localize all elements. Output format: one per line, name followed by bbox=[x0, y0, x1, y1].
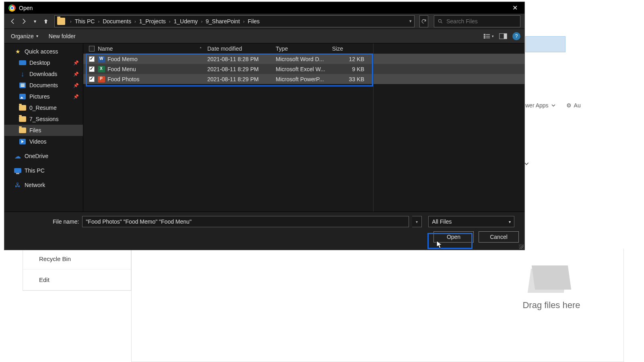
file-row[interactable]: Food Memo 2021-08-11 8:28 PM Microsoft W… bbox=[83, 54, 524, 64]
nav-resume[interactable]: 0_Resume bbox=[4, 102, 83, 113]
nav-quick-access[interactable]: ★ Quick access bbox=[4, 46, 83, 57]
column-size[interactable]: Size bbox=[332, 45, 368, 52]
nav-label: This PC bbox=[25, 167, 45, 174]
breadcrumb-bar[interactable]: › This PC › Documents › 1_Projects › 1_U… bbox=[54, 15, 415, 27]
nav-label: 0_Resume bbox=[29, 105, 57, 111]
pin-icon: 📌 bbox=[73, 83, 79, 88]
chevron-down-icon: ▾ bbox=[509, 220, 511, 224]
videos-icon bbox=[19, 139, 26, 144]
svg-rect-3 bbox=[484, 37, 485, 38]
nav-downloads[interactable]: ↓ Downloads 📌 bbox=[4, 68, 83, 80]
column-date[interactable]: Date modified bbox=[207, 45, 276, 52]
column-headers: Name ˄ Date modified Type Size bbox=[83, 43, 524, 54]
pc-icon bbox=[14, 168, 21, 173]
recent-dropdown[interactable]: ▾ bbox=[31, 16, 39, 27]
breadcrumb-udemy[interactable]: 1_Udemy bbox=[172, 18, 199, 25]
nav-documents[interactable]: Documents 📌 bbox=[4, 80, 83, 91]
nav-label: 7_Sessions bbox=[29, 116, 58, 122]
chevron-right-icon: › bbox=[200, 19, 203, 24]
nav-label: Videos bbox=[29, 138, 47, 145]
dialog-title: Open bbox=[19, 5, 33, 11]
navigation-row: ▾ › This PC › Documents › 1_Projects › 1… bbox=[4, 14, 524, 29]
file-type: Microsoft Excel W... bbox=[276, 66, 332, 72]
nav-network[interactable]: 🖧 Network bbox=[4, 179, 83, 191]
breadcrumb-files[interactable]: Files bbox=[246, 18, 262, 25]
file-name: Food Menu bbox=[107, 66, 136, 72]
nav-videos[interactable]: Videos bbox=[4, 136, 83, 147]
breadcrumb-projects[interactable]: 1_Projects bbox=[138, 18, 167, 25]
column-name[interactable]: Name ˄ bbox=[98, 45, 207, 52]
nav-label: OneDrive bbox=[25, 153, 48, 159]
folder-open-icon bbox=[529, 261, 574, 293]
file-date: 2021-08-11 8:29 PM bbox=[207, 76, 276, 82]
col-label: Name bbox=[98, 45, 113, 52]
breadcrumb-documents[interactable]: Documents bbox=[101, 18, 133, 25]
nav-desktop[interactable]: Desktop 📌 bbox=[4, 57, 83, 68]
organize-menu[interactable]: Organize ▾ bbox=[8, 31, 41, 41]
pin-icon: 📌 bbox=[73, 94, 79, 99]
svg-rect-1 bbox=[484, 34, 485, 35]
pictures-icon bbox=[19, 94, 26, 99]
file-open-dialog: Open ✕ ▾ › This PC › Documents › 1_Proje… bbox=[4, 2, 525, 250]
drag-files-label: Drag files here bbox=[522, 300, 580, 311]
filename-input[interactable] bbox=[82, 216, 409, 227]
column-divider bbox=[373, 43, 374, 212]
desktop-icon bbox=[19, 60, 26, 65]
view-mode-button[interactable]: ▾ bbox=[483, 32, 494, 41]
search-icon bbox=[438, 19, 443, 24]
background-search-box bbox=[525, 36, 566, 52]
nav-onedrive[interactable]: ☁ OneDrive bbox=[4, 150, 83, 162]
preview-pane-button[interactable] bbox=[498, 32, 508, 41]
navigation-pane: ★ Quick access Desktop 📌 ↓ Downloads 📌 D… bbox=[4, 43, 83, 212]
file-row[interactable]: Food Menu 2021-08-11 8:29 PM Microsoft E… bbox=[83, 64, 524, 74]
refresh-button[interactable] bbox=[419, 15, 428, 27]
svg-rect-2 bbox=[484, 35, 485, 37]
pin-icon: 📌 bbox=[73, 60, 79, 66]
file-name: Food Memo bbox=[107, 56, 138, 62]
pin-icon: 📌 bbox=[73, 72, 79, 77]
powerpoint-icon bbox=[98, 76, 105, 82]
column-type[interactable]: Type bbox=[276, 45, 332, 52]
row-checkbox[interactable] bbox=[89, 56, 95, 62]
downloads-icon: ↓ bbox=[19, 71, 26, 77]
row-checkbox[interactable] bbox=[89, 76, 95, 82]
nav-sessions[interactable]: 7_Sessions bbox=[4, 113, 83, 125]
filename-history-dropdown[interactable]: ▾ bbox=[412, 216, 422, 227]
search-input[interactable] bbox=[446, 18, 517, 25]
forward-button[interactable] bbox=[20, 16, 29, 27]
row-checkbox[interactable] bbox=[89, 66, 95, 72]
nav-files[interactable]: Files bbox=[4, 125, 83, 136]
nav-label: Desktop bbox=[29, 60, 50, 66]
up-button[interactable] bbox=[42, 16, 51, 27]
folder-icon bbox=[19, 128, 26, 133]
folder-icon bbox=[57, 18, 65, 25]
network-icon: 🖧 bbox=[14, 182, 21, 188]
star-icon: ★ bbox=[14, 48, 21, 55]
background-ribbon-fragment: wer Apps ⚙ Au bbox=[525, 101, 624, 110]
help-button[interactable]: ? bbox=[512, 32, 520, 40]
mouse-cursor bbox=[436, 241, 443, 249]
close-button[interactable]: ✕ bbox=[507, 2, 523, 14]
file-row[interactable]: Food Photos 2021-08-11 8:29 PM Microsoft… bbox=[83, 74, 524, 84]
select-all-checkbox[interactable] bbox=[89, 46, 95, 51]
new-folder-button[interactable]: New folder bbox=[46, 31, 78, 41]
file-type: Microsoft Word D... bbox=[276, 56, 332, 62]
file-size: 12 KB bbox=[332, 56, 368, 62]
cancel-button[interactable]: Cancel bbox=[479, 231, 519, 243]
nav-pictures[interactable]: Pictures 📌 bbox=[4, 91, 83, 102]
folder-icon bbox=[19, 116, 26, 122]
chevron-right-icon: › bbox=[242, 19, 246, 24]
svg-rect-5 bbox=[486, 36, 490, 36]
breadcrumb-dropdown[interactable]: ▾ bbox=[409, 19, 412, 24]
resize-grip[interactable] bbox=[519, 244, 524, 249]
quick-access-label: Quick access bbox=[25, 48, 58, 55]
breadcrumb-this-pc[interactable]: This PC bbox=[73, 18, 97, 25]
search-box[interactable] bbox=[434, 15, 520, 27]
background-chevron bbox=[524, 161, 533, 171]
toolbar: Organize ▾ New folder ▾ ? bbox=[4, 29, 524, 43]
nav-this-pc[interactable]: This PC bbox=[4, 165, 83, 176]
breadcrumb-sharepoint[interactable]: 9_SharePoint bbox=[204, 18, 242, 25]
file-date: 2021-08-11 8:29 PM bbox=[207, 66, 276, 72]
back-button[interactable] bbox=[8, 16, 17, 27]
file-type-filter[interactable]: All Files ▾ bbox=[428, 216, 514, 227]
